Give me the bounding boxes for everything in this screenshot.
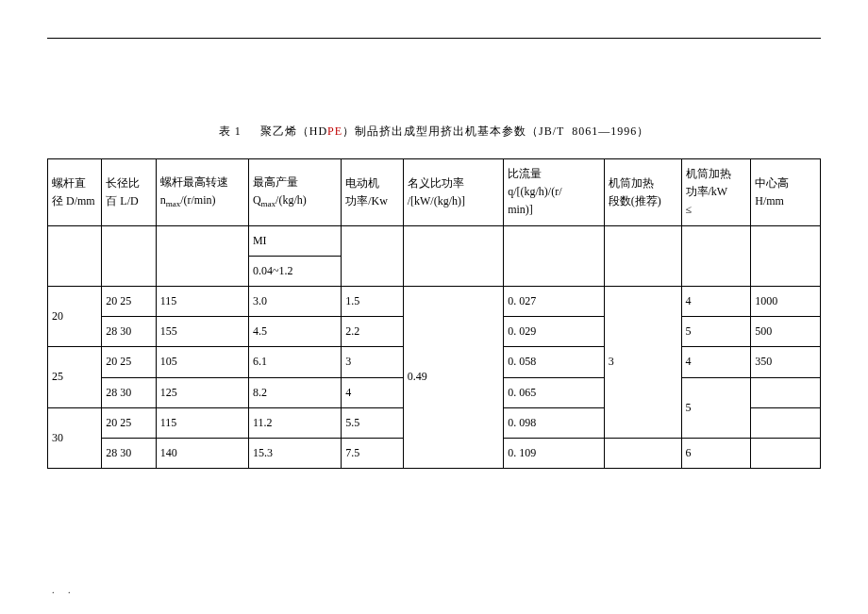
table-subheader-row-1: MI [48, 225, 821, 256]
parameters-table: 螺杆直径 D/mm 长径比百 L/D 螺杆最高转速nmax/(r/min) 最高… [47, 158, 821, 469]
col-heating-segments: 机筒加热段数(推荐) [604, 159, 681, 226]
col-screw-diameter: 螺杆直径 D/mm [48, 159, 102, 226]
col-motor-power: 电动机功率/Kw [342, 159, 404, 226]
cell-diameter: 25 [48, 347, 102, 407]
cell-diameter: 30 [48, 407, 102, 468]
col-max-speed: 螺杆最高转速nmax/(r/min) [156, 159, 248, 226]
col-specific-flow: 比流量q/[(kg/h)/(r/min)] [504, 159, 604, 226]
caption-pe: PE [327, 124, 342, 138]
cell-segments: 3 [604, 286, 681, 438]
table-header-row: 螺杆直径 D/mm 长径比百 L/D 螺杆最高转速nmax/(r/min) 最高… [48, 159, 821, 226]
cell-nominal-power: 0.49 [403, 286, 503, 468]
col-center-height: 中心高H/mm [751, 159, 821, 226]
table-row: 20 20 25 115 3.0 1.5 0.49 0. 027 3 4 100… [48, 286, 821, 316]
table-caption: 表 1 聚乙烯（HDPE）制品挤出成型用挤出机基本参数（JB/T 8061—19… [47, 124, 821, 140]
footer-marker: . . [52, 585, 76, 595]
horizontal-rule [47, 38, 821, 39]
col-nominal-power: 名义比功率/[kW/(kg/h)] [403, 159, 503, 226]
cell-mi: MI [248, 225, 341, 256]
col-length-ratio: 长径比百 L/D [102, 159, 156, 226]
cell-mi-range: 0.04~1.2 [248, 256, 341, 286]
caption-prefix: 表 1 [219, 124, 242, 138]
cell-diameter: 20 [48, 286, 102, 346]
col-heating-power: 机筒加热功率/kW≤ [681, 159, 751, 226]
cell-heatkw-5: 5 [681, 377, 751, 438]
col-max-output: 最高产量Qmax/(kg/h) [248, 159, 341, 226]
